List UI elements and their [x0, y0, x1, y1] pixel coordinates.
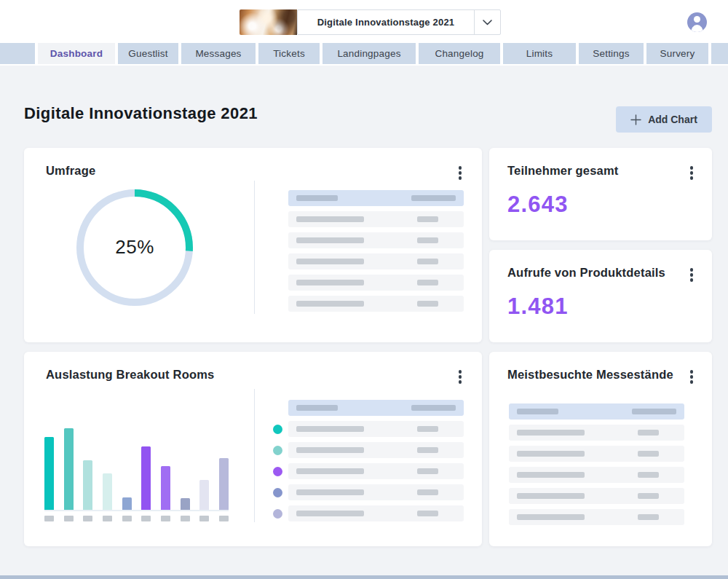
tab-guestlist[interactable]: Guestlist	[118, 43, 178, 64]
bar-6	[141, 446, 151, 510]
legend-dot	[273, 509, 282, 519]
bar-7	[161, 466, 170, 510]
breakout-skeleton	[273, 400, 464, 527]
skeleton-row	[288, 253, 464, 269]
x-tick-placeholder	[219, 516, 229, 521]
umfrage-skeleton	[288, 190, 464, 317]
tab-changelog[interactable]: Changelog	[419, 43, 500, 64]
bar-8	[181, 498, 190, 510]
x-tick-placeholder	[122, 516, 132, 521]
skeleton-row	[509, 425, 684, 441]
tab-landingpages[interactable]: Landingpages	[323, 43, 416, 64]
top-header: Digitale Innovationstage 2021	[0, 0, 728, 42]
plus-icon	[630, 114, 641, 125]
kebab-menu-icon[interactable]	[687, 266, 697, 284]
produktdetails-value: 1.481	[507, 294, 712, 320]
tab-survery[interactable]: Survery	[646, 43, 708, 64]
add-chart-label: Add Chart	[648, 114, 697, 125]
teilnehmer-card-title: Teilnehmer gesamt	[507, 164, 619, 178]
add-chart-button[interactable]: Add Chart	[616, 106, 712, 133]
skeleton-header-row	[509, 403, 684, 420]
kebab-menu-icon[interactable]	[687, 368, 697, 386]
skeleton-row	[288, 232, 464, 248]
skeleton-row	[509, 467, 684, 483]
legend-dot	[273, 467, 282, 476]
umfrage-card-title: Umfrage	[46, 164, 95, 178]
skeleton-row	[288, 421, 464, 437]
umfrage-card: Umfrage 25%	[24, 148, 482, 342]
tab-tickets[interactable]: Tickets	[258, 43, 320, 64]
x-tick-placeholder	[199, 516, 209, 521]
messestaende-card-title: Meistbesuchte Messestände	[507, 368, 673, 382]
nav-tabs-bar: DashboardGuestlistMessagesTicketsLanding…	[0, 42, 728, 66]
legend-dot-spacer	[273, 403, 282, 413]
x-tick-placeholder	[83, 516, 92, 521]
nav-right-stub	[711, 43, 728, 64]
breakout-card-title: Auslastung Breakout Rooms	[46, 368, 214, 382]
skeleton-row	[288, 484, 464, 500]
donut-center-label: 25%	[76, 236, 193, 259]
bar-9	[199, 480, 209, 510]
skeleton-row	[288, 442, 464, 458]
kebab-menu-icon[interactable]	[687, 164, 697, 182]
legend-dot	[273, 425, 282, 434]
tab-messages[interactable]: Messages	[181, 43, 256, 64]
skeleton-row	[288, 505, 464, 521]
skeleton-header-row	[288, 190, 464, 206]
nav-tabs: DashboardGuestlistMessagesTicketsLanding…	[38, 43, 708, 64]
breakout-rooms-card: Auslastung Breakout Rooms	[24, 352, 482, 546]
app-root: Digitale Innovationstage 2021 DashboardG…	[0, 0, 728, 579]
skeleton-row	[509, 488, 684, 504]
bar-chart-ticks	[44, 516, 229, 521]
x-tick-placeholder	[161, 516, 170, 521]
event-thumbnail-image	[240, 9, 297, 35]
legend-dot	[273, 488, 282, 497]
x-tick-placeholder	[181, 516, 190, 521]
messestaende-skeleton	[509, 403, 684, 530]
teilnehmer-value: 2.643	[507, 192, 712, 218]
user-avatar-icon[interactable]	[687, 12, 707, 32]
produktdetails-card: Aufrufe von Produktdetails 1.481	[489, 250, 712, 342]
tab-limits[interactable]: Limits	[503, 43, 576, 64]
skeleton-row	[288, 296, 464, 312]
bar-3	[83, 460, 92, 510]
event-selector-label: Digitale Innovationstage 2021	[298, 10, 474, 34]
event-selector[interactable]: Digitale Innovationstage 2021	[240, 9, 501, 35]
skeleton-row	[288, 275, 464, 291]
teilnehmer-card: Teilnehmer gesamt 2.643	[489, 148, 712, 240]
bar-chart-bars	[44, 428, 229, 511]
bar-5	[122, 497, 132, 510]
right-column: Teilnehmer gesamt 2.643 Aufrufe von Prod…	[489, 148, 712, 546]
tab-dashboard[interactable]: Dashboard	[38, 43, 115, 64]
bar-4	[103, 473, 112, 510]
x-tick-placeholder	[103, 516, 112, 521]
left-column: Umfrage 25% Auslastung Breakout Rooms	[24, 148, 482, 546]
legend-dot	[273, 446, 282, 455]
messestaende-card: Meistbesuchte Messestände	[489, 352, 712, 546]
chevron-down-icon[interactable]	[474, 10, 500, 34]
skeleton-row	[509, 446, 684, 462]
card-divider	[254, 389, 255, 522]
kebab-menu-icon[interactable]	[456, 164, 465, 182]
card-divider	[254, 181, 255, 314]
skeleton-row	[509, 509, 684, 525]
donut-chart: 25%	[76, 189, 193, 306]
bar-2	[64, 428, 74, 510]
nav-left-stub	[0, 43, 35, 64]
page-title: Digitale Innovationstage 2021	[24, 104, 258, 123]
skeleton-row	[288, 211, 464, 227]
skeleton-header-row	[288, 400, 464, 416]
dashboard-content: Digitale Innovationstage 2021 Add Chart …	[0, 66, 728, 575]
x-tick-placeholder	[141, 516, 151, 521]
event-selector-box: Digitale Innovationstage 2021	[297, 9, 501, 35]
bottom-edge-bar	[0, 575, 728, 579]
bar-1	[44, 437, 54, 510]
kebab-menu-icon[interactable]	[456, 368, 465, 386]
x-tick-placeholder	[44, 516, 54, 521]
x-tick-placeholder	[64, 516, 74, 521]
bar-10	[219, 458, 229, 510]
skeleton-row	[288, 463, 464, 479]
tab-settings[interactable]: Settings	[579, 43, 644, 64]
produktdetails-card-title: Aufrufe von Produktdetails	[507, 266, 665, 280]
